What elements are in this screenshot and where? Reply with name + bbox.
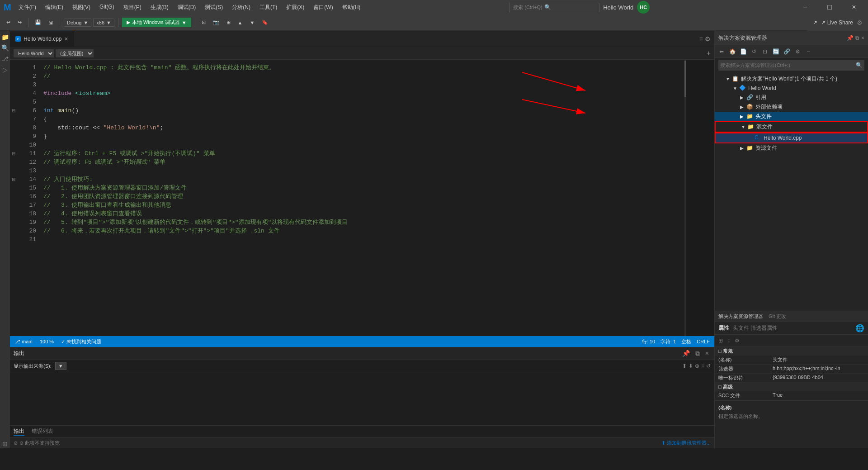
output-float-btn[interactable]: ⧉ xyxy=(693,349,702,358)
se-toolbar-btn2[interactable]: 🏠 xyxy=(727,47,737,57)
se-bottom-tabs: 解决方案资源管理器 Git 更改 xyxy=(715,311,868,322)
code-line-14: // 入门使用技巧: xyxy=(43,175,711,184)
toolbar-btn3[interactable]: ⊞ xyxy=(224,19,233,26)
search-box[interactable]: 搜索 (Ctrl+Q) 🔍 xyxy=(509,3,599,12)
se-bottom-tab-solution[interactable]: 解决方案资源管理器 xyxy=(718,313,763,320)
menu-extensions[interactable]: 扩展(X) xyxy=(283,2,308,13)
settings-icon[interactable]: ⚙ xyxy=(857,19,863,26)
redo-button[interactable]: ↪ xyxy=(15,19,24,26)
se-search-input[interactable] xyxy=(718,62,854,68)
status-git[interactable]: ⎇ main xyxy=(14,339,33,345)
code-content[interactable]: // Hello World.cpp : 此文件包含 "main" 函数。程序执… xyxy=(40,60,714,336)
toolbar-btn5[interactable]: ▼ xyxy=(247,19,257,26)
status-char[interactable]: 字符: 1 xyxy=(660,338,676,345)
output-close-btn[interactable]: × xyxy=(703,349,711,358)
menu-edit[interactable]: 编辑(E) xyxy=(42,2,67,13)
status-zoom[interactable]: 100 % xyxy=(40,339,54,344)
solution-icon: 📋 xyxy=(732,76,739,83)
prop-btn-settings[interactable]: ⚙ xyxy=(733,337,741,345)
se-references-label: 引用 xyxy=(755,94,766,101)
activity-explorer[interactable]: 📁 xyxy=(0,33,9,42)
output-toolbar-right: 📌 ⧉ × xyxy=(680,349,711,358)
close-button[interactable]: × xyxy=(844,0,864,14)
activity-extensions[interactable]: ⊞ xyxy=(0,439,9,448)
minimize-button[interactable]: − xyxy=(795,0,816,14)
se-solution-root[interactable]: ▼ 📋 解决方案"Hello World"(1 个项目/共 1 个) xyxy=(715,74,868,84)
se-references[interactable]: ▶ 🔗 引用 xyxy=(715,93,868,102)
toolbar-btn4[interactable]: ▲ xyxy=(235,19,245,26)
undo-button[interactable]: ↩ xyxy=(4,19,13,26)
output-tab-errors[interactable]: 错误列表 xyxy=(32,427,53,436)
member-dropdown[interactable]: (全局范围) xyxy=(56,49,94,57)
menu-tools[interactable]: 工具(T) xyxy=(256,2,281,13)
menu-git[interactable]: Git(G) xyxy=(96,2,118,13)
tab-toolbar-btn1[interactable]: ≡ xyxy=(699,35,703,43)
code-editor-container[interactable]: ⊟ ⊟ ⊟ 12345 678910 1112131415 1617181920… xyxy=(10,60,714,336)
menu-test[interactable]: 测试(S) xyxy=(201,2,226,13)
status-crlf[interactable]: CRLF xyxy=(697,338,710,345)
se-header: 解决方案资源管理器 📌 ⧉ × xyxy=(715,31,868,45)
se-toolbar-btn1[interactable]: ⬅ xyxy=(717,47,726,57)
output-action-btn1[interactable]: ⬆ xyxy=(682,363,687,369)
se-resource-files[interactable]: ▶ 📁 资源文件 xyxy=(715,143,868,153)
se-source-files[interactable]: ▼ 📁 源文件 xyxy=(715,121,868,133)
se-toolbar-btn9[interactable]: − xyxy=(803,47,813,57)
se-float-btn[interactable]: ⧉ xyxy=(855,35,859,41)
se-header-files[interactable]: ▶ 📁 头文件 xyxy=(715,112,868,121)
se-project[interactable]: ▼ 🔷 Hello World xyxy=(715,84,868,93)
toolbar-btn2[interactable]: 📷 xyxy=(210,19,222,26)
add-line-btn[interactable]: + xyxy=(707,49,711,57)
se-bottom-tab-git[interactable]: Git 更改 xyxy=(769,313,786,320)
menu-build[interactable]: 生成(B) xyxy=(147,2,172,13)
activity-search[interactable]: 🔍 xyxy=(0,43,9,52)
add-to-queue-btn[interactable]: ⬆ 添加到腾讯管理器... xyxy=(661,440,711,446)
se-external-deps[interactable]: ▶ 📦 外部依赖项 xyxy=(715,102,868,112)
menu-help[interactable]: 帮助(H) xyxy=(339,2,364,13)
menu-view[interactable]: 视图(V) xyxy=(69,2,94,13)
toolbar-btn6[interactable]: 🔖 xyxy=(259,19,271,26)
activity-git[interactable]: ⎇ xyxy=(0,54,9,63)
platform-dropdown[interactable]: x86 ▼ xyxy=(93,19,114,27)
output-source-dropdown[interactable]: ▼ xyxy=(55,362,66,370)
output-action-btn4[interactable]: ≡ xyxy=(701,363,704,369)
scope-dropdown[interactable]: Hello World xyxy=(14,49,54,57)
menu-analyze[interactable]: 分析(N) xyxy=(228,2,254,13)
output-tab-output[interactable]: 输出 xyxy=(14,427,24,436)
activity-debug[interactable]: ▷ xyxy=(0,65,9,74)
tab-toolbar-btn2[interactable]: ⚙ xyxy=(705,35,711,43)
output-action-btn5[interactable]: ↺ xyxy=(706,363,711,369)
code-line-21 xyxy=(43,235,711,244)
menu-debug[interactable]: 调试(D) xyxy=(174,2,200,13)
status-no-issues[interactable]: ✓ 未找到相关问题 xyxy=(61,338,101,345)
save-button[interactable]: 💾 xyxy=(32,19,44,26)
se-toolbar-btn3[interactable]: 📄 xyxy=(738,47,748,57)
code-line-15: // 1. 使用解决方案资源管理器窗口添加/管理文件 xyxy=(43,184,711,192)
se-toolbar-btn8[interactable]: ⚙ xyxy=(793,47,802,57)
toolbar-btn1[interactable]: ⊡ xyxy=(199,19,208,26)
save-all-button[interactable]: 🖫 xyxy=(46,19,56,26)
se-toolbar-btn4[interactable]: ↺ xyxy=(749,47,759,57)
prop-btn-grid[interactable]: ⊞ xyxy=(717,337,725,345)
tab-hello-world-cpp[interactable]: C Hello World.cpp × xyxy=(10,31,74,47)
se-toolbar-btn6[interactable]: 🔄 xyxy=(771,47,781,57)
output-action-btn2[interactable]: ⬇ xyxy=(689,363,693,369)
menu-file[interactable]: 文件(F) xyxy=(15,2,40,13)
liveshare-label[interactable]: ↗ Live Share xyxy=(821,19,853,26)
menu-window[interactable]: 窗口(W) xyxy=(310,2,336,13)
run-button[interactable]: ▶ 本地 Windows 调试器 ▼ xyxy=(122,18,191,27)
output-pin-btn[interactable]: 📌 xyxy=(680,349,692,358)
se-toolbar-btn5[interactable]: ⊡ xyxy=(760,47,770,57)
tab-close-button[interactable]: × xyxy=(64,35,68,43)
status-line[interactable]: 行: 10 xyxy=(642,338,655,345)
se-close-btn[interactable]: × xyxy=(861,35,864,41)
se-toolbar-btn7[interactable]: 🔗 xyxy=(782,47,792,57)
debug-mode-dropdown[interactable]: Debug ▼ xyxy=(64,19,91,27)
cpp-file-icon: C xyxy=(15,36,21,42)
se-pin-btn[interactable]: 📌 xyxy=(847,35,854,41)
prop-btn-sort[interactable]: ↕ xyxy=(726,337,732,345)
maximize-button[interactable]: □ xyxy=(819,0,840,14)
status-spaces[interactable]: 空格 xyxy=(681,338,691,345)
output-action-btn3[interactable]: ⊕ xyxy=(695,363,699,369)
se-hello-world-cpp[interactable]: C Hello World.cpp xyxy=(715,133,868,143)
menu-project[interactable]: 项目(P) xyxy=(120,2,145,13)
